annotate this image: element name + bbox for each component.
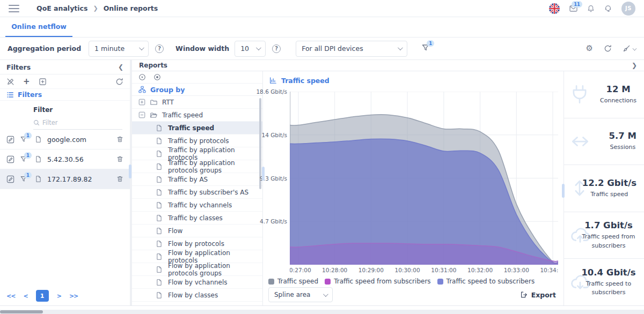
- settings-gear-icon[interactable]: ⚙: [586, 44, 593, 53]
- tab-online-netflow[interactable]: Online netflow: [5, 17, 72, 37]
- stat-value: 12.2 Gbit/s: [582, 178, 636, 188]
- legend-item[interactable]: Traffic speed: [268, 278, 318, 285]
- tree-report-label: Flow by classes: [168, 291, 218, 299]
- stat-value: 12 M: [600, 84, 636, 94]
- panel-resize-handle[interactable]: [262, 167, 265, 181]
- x-axis-labels: 10:27:0010:28:0010:29:0010:30:0010:31:00…: [290, 265, 558, 275]
- document-icon: [156, 150, 163, 158]
- tree-report[interactable]: Flow by application protocols: [132, 250, 262, 263]
- aggregation-period-select[interactable]: 1 minute: [89, 41, 149, 57]
- delete-filter-icon[interactable]: [116, 175, 123, 183]
- aggregation-help-icon[interactable]: ?: [155, 44, 164, 53]
- collapse-panel-icon[interactable]: ❮: [118, 63, 123, 71]
- breadcrumb: QoE analytics ❯ Online reports: [36, 4, 158, 12]
- row-filter-badge: 1: [24, 132, 32, 139]
- panel-resize-handle[interactable]: [129, 165, 131, 178]
- refresh-filters-icon[interactable]: [115, 78, 123, 86]
- dpi-devices-select[interactable]: For all DPI devices: [296, 41, 407, 57]
- stat-card: 10.4 Gbit/s Traffic speed to subscribers: [564, 259, 644, 305]
- panel-resize-handle[interactable]: [562, 184, 565, 198]
- clear-filters-icon[interactable]: [623, 44, 636, 53]
- toolbar-filter-icon[interactable]: 1: [421, 43, 430, 54]
- support-icon[interactable]: [604, 4, 612, 13]
- chart-plot[interactable]: [290, 92, 558, 265]
- language-flag-icon[interactable]: [549, 3, 560, 14]
- circle-play-icon[interactable]: [138, 73, 146, 81]
- add-filter-group-icon[interactable]: [39, 78, 47, 86]
- row-filter-icon[interactable]: 1: [20, 175, 27, 183]
- filters-list-link[interactable]: Filters: [0, 89, 130, 101]
- window-width-select[interactable]: 10: [235, 41, 266, 57]
- mail-icon[interactable]: 11: [569, 4, 578, 13]
- tree-report[interactable]: Traffic by application protocols: [132, 147, 262, 160]
- window-width-label: Window width: [175, 44, 229, 53]
- tree-folder[interactable]: RTT: [132, 96, 262, 109]
- horizontal-scrollbar-thumb[interactable]: [0, 310, 43, 313]
- x-tick-label: 10:30:00: [395, 267, 420, 273]
- expand-panel-icon[interactable]: ❯: [632, 62, 637, 69]
- edit-off-icon[interactable]: [6, 78, 14, 86]
- tree-report[interactable]: Traffic by protocols: [132, 134, 262, 147]
- chart-type-select[interactable]: Spline area: [268, 287, 333, 302]
- tree-report[interactable]: Traffic by classes: [132, 212, 262, 225]
- next-page-button[interactable]: >: [57, 293, 61, 300]
- notifications-bell-icon[interactable]: [587, 4, 595, 13]
- top-bar: QoE analytics ❯ Online reports 11 JS: [0, 0, 644, 17]
- chart-svg: [290, 92, 558, 265]
- group-by-link[interactable]: Group by: [132, 84, 262, 96]
- document-icon: [35, 155, 42, 163]
- first-page-button[interactable]: <<: [6, 293, 15, 300]
- row-filter-icon[interactable]: 1: [20, 155, 27, 163]
- tree-report[interactable]: Traffic by subscriber's AS: [132, 186, 262, 199]
- tree-report[interactable]: Traffic speed: [132, 122, 262, 134]
- tree-report[interactable]: Traffic by application protocols groups: [132, 160, 262, 173]
- filter-row[interactable]: 1 5.42.30.56: [0, 149, 130, 169]
- filter-row[interactable]: 1 google.com: [0, 130, 130, 149]
- stat-card: 12 M Connections: [564, 71, 644, 118]
- edit-filter-checkbox[interactable]: [6, 155, 14, 163]
- plug-icon: [568, 83, 591, 106]
- edit-filter-checkbox[interactable]: [6, 136, 14, 144]
- filter-search-input[interactable]: [42, 119, 96, 126]
- reports-tree: RTT Traffic speed Traffic speed Traffic …: [132, 96, 262, 302]
- prev-page-button[interactable]: <: [23, 293, 27, 300]
- hamburger-menu-icon[interactable]: [9, 5, 19, 12]
- tree-report[interactable]: Flow by protocols: [132, 237, 262, 250]
- breadcrumb-qoe-analytics[interactable]: QoE analytics: [36, 4, 87, 12]
- stat-label: Traffic speed: [582, 190, 636, 199]
- edit-filter-checkbox[interactable]: [6, 175, 14, 183]
- document-icon: [156, 124, 163, 132]
- tree-report[interactable]: Flow: [132, 225, 262, 237]
- tree-report-label: Flow by protocols: [168, 240, 224, 248]
- tree-report[interactable]: Flow by classes: [132, 289, 262, 302]
- chart-title: Traffic speed: [281, 77, 330, 85]
- tree-report-label: Traffic by AS: [168, 176, 208, 183]
- user-avatar[interactable]: JS: [621, 2, 635, 16]
- y-tick-label: 18.6 Gbit/s: [256, 88, 287, 95]
- toolbar-filter-badge: 1: [427, 40, 434, 47]
- horizontal-scrollbar[interactable]: [0, 310, 644, 314]
- row-filter-icon[interactable]: 1: [20, 136, 27, 143]
- current-page-button[interactable]: 1: [36, 290, 49, 302]
- filter-row[interactable]: 1 172.17.89.82: [0, 169, 130, 189]
- tree-report[interactable]: Traffic by vchannels: [132, 199, 262, 212]
- collapse-box-icon[interactable]: [138, 111, 145, 118]
- tree-report[interactable]: Flow by vchannels: [132, 276, 262, 289]
- delete-filter-icon[interactable]: [116, 136, 123, 143]
- tree-report[interactable]: Flow by application protocols groups: [132, 263, 262, 276]
- y-axis-labels: 18.6 Gbit/s14 Gbit/s9.3 Gbit/s4.7 Gbit/s: [263, 92, 290, 265]
- tree-report[interactable]: Traffic by AS: [132, 173, 262, 186]
- refresh-icon[interactable]: [604, 44, 612, 53]
- legend-item[interactable]: Traffic speed to subscribers: [437, 278, 535, 285]
- export-button[interactable]: Export: [520, 291, 556, 299]
- chevron-down-icon: [323, 291, 328, 297]
- document-icon: [156, 163, 163, 170]
- legend-item[interactable]: Traffic speed from subscribers: [325, 278, 430, 285]
- circle-dot-icon[interactable]: [153, 73, 161, 81]
- expand-box-icon[interactable]: [138, 99, 145, 106]
- last-page-button[interactable]: >>: [69, 293, 78, 300]
- add-filter-icon[interactable]: +: [23, 78, 30, 86]
- window-help-icon[interactable]: ?: [272, 44, 281, 53]
- delete-filter-icon[interactable]: [116, 155, 123, 163]
- tree-folder[interactable]: Traffic speed: [132, 109, 262, 122]
